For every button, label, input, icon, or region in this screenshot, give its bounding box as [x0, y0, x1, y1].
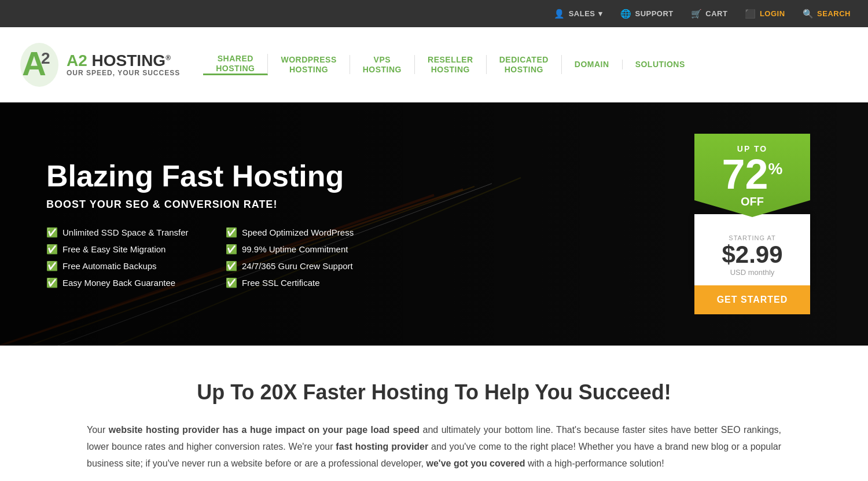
- section-title: Up To 20X Faster Hosting To Help You Suc…: [46, 380, 822, 405]
- discount-badge: UP TO 72% Off: [694, 134, 810, 217]
- feature-3: ✅ Free & Easy Site Migration: [46, 244, 203, 255]
- feature-2: ✅ Speed Optimized WordPress: [226, 227, 382, 238]
- logo-subtitle: OUR SPEED, YOUR SUCCESS: [67, 69, 180, 77]
- login-label: LOGIN: [760, 9, 785, 18]
- feature-label-3: Free & Easy Site Migration: [62, 244, 165, 254]
- hero-features: ✅ Unlimited SSD Space & Transfer ✅ Speed…: [46, 227, 382, 288]
- feature-label-6: 24/7/365 Guru Crew Support: [242, 261, 353, 271]
- check-icon-4: ✅: [226, 244, 237, 255]
- dropdown-arrow-icon: ▾: [598, 9, 603, 18]
- nav-vps[interactable]: VPSHOSTING: [350, 55, 415, 75]
- check-icon-7: ✅: [46, 277, 58, 288]
- support-link[interactable]: 🌐 SUPPORT: [620, 9, 674, 19]
- price-box: UP TO 72% Off STARTING AT $2.99 USD mont…: [694, 134, 810, 314]
- feature-1: ✅ Unlimited SSD Space & Transfer: [46, 227, 203, 238]
- check-icon-3: ✅: [46, 244, 58, 255]
- nav-domain[interactable]: DOMAIN: [562, 60, 623, 69]
- feature-label-5: Free Automatic Backups: [62, 261, 157, 271]
- check-icon-1: ✅: [46, 227, 58, 238]
- hero-content: Blazing Fast Hosting BOOST YOUR SEO & CO…: [0, 160, 694, 288]
- search-label: SEARCH: [817, 9, 851, 18]
- sales-label: SALES: [569, 9, 595, 18]
- search-link[interactable]: 🔍 SEARCH: [803, 9, 851, 19]
- hero-subtitle: BOOST YOUR SEO & CONVERSION RATE!: [46, 199, 648, 211]
- nav-solutions[interactable]: SOLUTIONS: [623, 60, 698, 69]
- check-icon-2: ✅: [226, 227, 237, 238]
- feature-4: ✅ 99.9% Uptime Commitment: [226, 244, 382, 255]
- search-icon: 🔍: [803, 9, 814, 19]
- feature-label-4: 99.9% Uptime Commitment: [242, 244, 348, 254]
- content-section: Up To 20X Faster Hosting To Help You Suc…: [0, 346, 868, 481]
- feature-7: ✅ Easy Money Back Guarantee: [46, 277, 203, 288]
- cart-label: CART: [705, 9, 727, 18]
- globe-icon: 🌐: [620, 9, 632, 19]
- logo-icon: A 2: [17, 42, 61, 88]
- hero-section: Blazing Fast Hosting BOOST YOUR SEO & CO…: [0, 102, 868, 346]
- nav-dedicated[interactable]: DEDICATEDHOSTING: [487, 55, 562, 75]
- nav-links: SHAREDHOSTING WORDPRESSHOSTING VPSHOSTIN…: [203, 54, 851, 75]
- main-nav: A 2 A2 HOSTING® OUR SPEED, YOUR SUCCESS …: [0, 27, 868, 102]
- logo-text: A2 HOSTING® OUR SPEED, YOUR SUCCESS: [67, 53, 180, 77]
- user-icon: 👤: [554, 9, 565, 19]
- feature-label-1: Unlimited SSD Space & Transfer: [62, 227, 189, 237]
- check-icon-6: ✅: [226, 260, 237, 271]
- discount-percent: 72%: [712, 153, 793, 195]
- price-value: $2.99: [712, 241, 793, 268]
- login-icon: ⬛: [745, 9, 756, 19]
- usd-label: USD monthly: [712, 268, 793, 277]
- nav-shared[interactable]: SHAREDHOSTING: [203, 54, 268, 75]
- check-icon-5: ✅: [46, 260, 58, 271]
- price-card: STARTING AT $2.99 USD monthly: [694, 214, 810, 285]
- feature-label-7: Easy Money Back Guarantee: [62, 278, 175, 288]
- cart-link[interactable]: 🛒 CART: [691, 9, 728, 19]
- nav-wordpress[interactable]: WORDPRESSHOSTING: [268, 55, 350, 75]
- section-text: Your website hosting provider has a huge…: [87, 422, 781, 472]
- svg-text:2: 2: [41, 49, 50, 67]
- logo-title: A2 HOSTING®: [67, 53, 180, 69]
- support-label: SUPPORT: [635, 9, 673, 18]
- nav-reseller[interactable]: RESELLERHOSTING: [415, 55, 487, 75]
- feature-label-8: Free SSL Certificate: [242, 278, 320, 288]
- sales-link[interactable]: 👤 SALES ▾: [554, 9, 603, 19]
- check-icon-8: ✅: [226, 277, 237, 288]
- get-started-button[interactable]: GET STARTED: [694, 285, 810, 314]
- hero-title: Blazing Fast Hosting: [46, 160, 648, 193]
- cart-icon: 🛒: [691, 9, 703, 19]
- login-link[interactable]: ⬛ LOGIN: [745, 9, 785, 19]
- feature-6: ✅ 24/7/365 Guru Crew Support: [226, 260, 382, 271]
- feature-5: ✅ Free Automatic Backups: [46, 260, 203, 271]
- feature-label-2: Speed Optimized WordPress: [242, 227, 354, 237]
- logo[interactable]: A 2 A2 HOSTING® OUR SPEED, YOUR SUCCESS: [17, 42, 180, 88]
- feature-8: ✅ Free SSL Certificate: [226, 277, 382, 288]
- top-bar: 👤 SALES ▾ 🌐 SUPPORT 🛒 CART ⬛ LOGIN 🔍 SEA…: [0, 0, 868, 27]
